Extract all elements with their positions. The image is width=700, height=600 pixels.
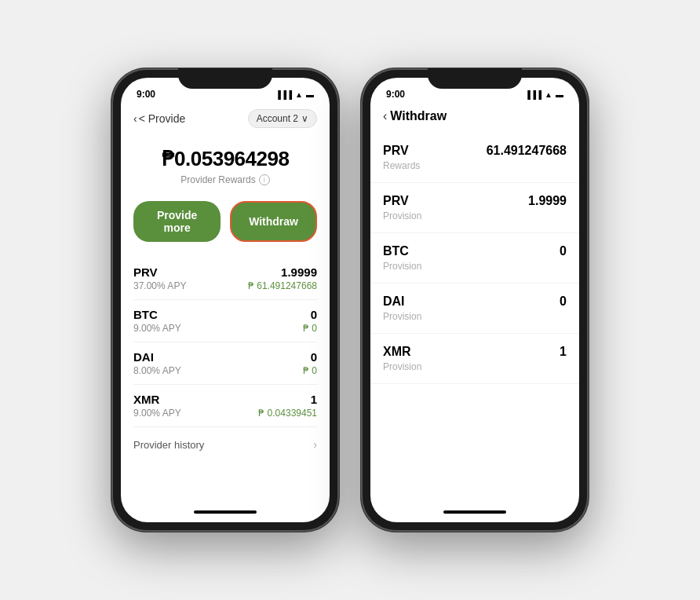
asset-amount-xmr: 1 [258,393,317,406]
asset-apy-dai: 8.00% APY [133,365,181,376]
withdraw-row-xmr: XMR Provision 1 [370,334,579,384]
asset-prv-value-btc: ₱ 0 [303,323,317,334]
withdraw-row-prv-provision: PRV Provision 1.9999 [370,183,579,233]
back-icon-2: ‹ [383,109,387,123]
asset-name-prv: PRV [133,265,186,279]
account-chevron: ∨ [301,113,308,124]
asset-apy-xmr: 9.00% APY [133,408,181,419]
info-icon[interactable]: i [259,174,270,185]
asset-prv-value-dai: ₱ 0 [303,365,317,376]
home-indicator-2 [370,507,579,522]
asset-row-xmr: XMR 9.00% APY 1 ₱ 0.04339451 [133,385,317,427]
asset-name-xmr: XMR [133,393,181,406]
status-time-2: 9:00 [386,89,405,100]
asset-apy-prv: 37.00% APY [133,280,186,291]
asset-apy-btc: 9.00% APY [133,323,181,334]
withdraw-amount-dai: 0 [560,295,567,309]
phone-1-screen: 9:00 ▐▐▐ ▲ ▬ ‹ < Provide Account 2 ∨ [121,78,330,522]
withdraw-amount-xmr: 1 [560,345,567,359]
battery-icon: ▬ [306,90,314,99]
provide-more-button[interactable]: Provide more [133,201,221,242]
withdraw-button[interactable]: Withdraw [230,201,317,242]
withdraw-type-xmr: Provision [383,361,421,372]
back-button-1[interactable]: ‹ < Provide [133,112,185,125]
provide-content: ₱0.053964298 Provider Rewards i Provide … [121,134,330,507]
home-indicator-1 [121,507,330,522]
wifi-icon-2: ▲ [545,90,552,99]
wifi-icon: ▲ [295,90,303,99]
phone-2: 9:00 ▐▐▐ ▲ ▬ ‹ Withdraw PRV Rewards [361,68,589,532]
reward-label-text: Provider Rewards [180,174,255,185]
nav-title-1: < Provide [139,112,186,125]
action-buttons: Provide more Withdraw [133,201,317,242]
asset-prv-value-prv: ₱ 61.491247668 [248,280,317,291]
withdraw-type-btc: Provision [383,261,421,272]
withdraw-row-btc: BTC Provision 0 [370,233,579,284]
notch-1 [178,68,272,89]
status-time-1: 9:00 [137,89,155,100]
account-label: Account 2 [257,113,298,124]
home-bar-2 [443,510,506,514]
reward-amount: ₱0.053964298 [133,147,317,171]
notch-2 [428,68,522,89]
home-bar-1 [194,510,257,514]
signal-icon: ▐▐▐ [275,90,292,99]
withdraw-asset-btc: BTC [383,244,421,258]
reward-section: ₱0.053964298 Provider Rewards i [133,134,317,201]
withdraw-asset-dai: DAI [383,295,421,309]
withdraw-type-prv-provision: Provision [383,210,421,221]
provider-history-link[interactable]: Provider history › [133,427,317,462]
asset-row-prv: PRV 37.00% APY 1.9999 ₱ 61.491247668 [133,258,317,300]
withdraw-amount-btc: 0 [560,244,567,258]
account-selector[interactable]: Account 2 ∨ [248,109,317,128]
asset-name-dai: DAI [133,350,181,364]
nav-bar-2: ‹ Withdraw [370,106,579,133]
phone-1: 9:00 ▐▐▐ ▲ ▬ ‹ < Provide Account 2 ∨ [111,68,339,532]
withdraw-row-prv-rewards: PRV Rewards 61.491247668 [370,133,579,183]
signal-icon-2: ▐▐▐ [525,90,541,99]
nav-bar-1: ‹ < Provide Account 2 ∨ [121,106,330,134]
status-icons-1: ▐▐▐ ▲ ▬ [275,90,314,99]
phones-container: 9:00 ▐▐▐ ▲ ▬ ‹ < Provide Account 2 ∨ [111,68,589,532]
asset-amount-btc: 0 [303,308,317,321]
withdraw-amount-prv-rewards: 61.491247668 [487,144,567,158]
asset-row-btc: BTC 9.00% APY 0 ₱ 0 [133,300,317,342]
withdraw-title: Withdraw [390,109,447,123]
withdraw-list: PRV Rewards 61.491247668 PRV Provision 1… [370,133,579,384]
back-icon-1: ‹ [133,112,137,125]
asset-amount-prv: 1.9999 [248,265,317,279]
status-icons-2: ▐▐▐ ▲ ▬ [525,90,563,99]
asset-row-dai: DAI 8.00% APY 0 ₱ 0 [133,342,317,385]
withdraw-row-dai: DAI Provision 0 [370,284,579,334]
withdraw-amount-prv-provision: 1.9999 [528,194,567,208]
withdraw-asset-prv-rewards: PRV [383,144,420,158]
withdraw-type-prv-rewards: Rewards [383,160,420,171]
chevron-right-icon: › [313,438,317,451]
asset-name-btc: BTC [133,308,181,321]
battery-icon-2: ▬ [556,90,563,99]
asset-amount-dai: 0 [303,350,317,364]
phone-2-screen: 9:00 ▐▐▐ ▲ ▬ ‹ Withdraw PRV Rewards [370,78,579,522]
withdraw-asset-xmr: XMR [383,345,421,359]
provider-history-label: Provider history [133,439,204,451]
asset-prv-value-xmr: ₱ 0.04339451 [258,408,317,419]
withdraw-asset-prv-provision: PRV [383,194,421,208]
withdraw-type-dai: Provision [383,311,421,322]
reward-label: Provider Rewards i [133,174,317,185]
